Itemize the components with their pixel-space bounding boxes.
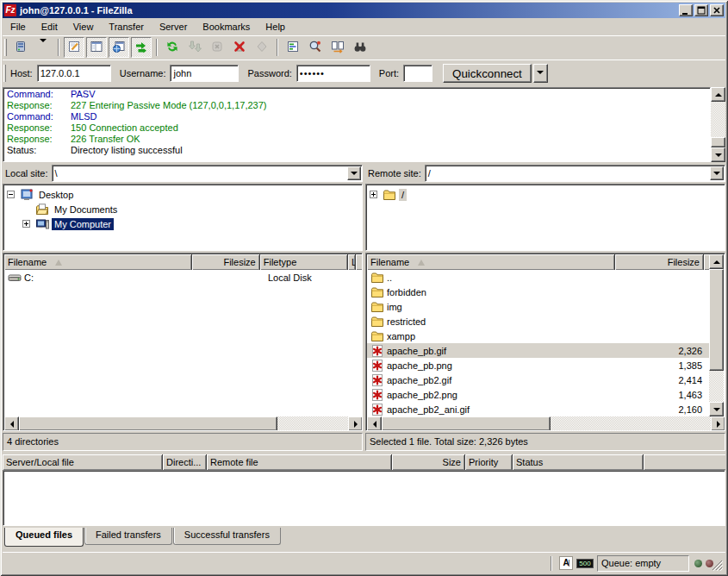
tree-item-desktop[interactable]: Desktop <box>5 187 362 202</box>
file-row-apache-pb2-gif[interactable]: apache_pb2.gif2,414 <box>367 373 711 387</box>
tab-failed-transfers[interactable]: Failed transfers <box>84 528 172 545</box>
tab-successful-transfers[interactable]: Successful transfers <box>173 528 281 545</box>
tree-item--[interactable]: / <box>368 187 725 202</box>
column-header-status[interactable]: Status <box>513 454 644 470</box>
arrow-up-icon <box>713 257 720 264</box>
file-row-apache-pb-png[interactable]: apache_pb.png1,385 <box>367 358 711 373</box>
scroll-up-button[interactable] <box>711 87 725 102</box>
column-header-l[interactable]: L <box>348 254 356 270</box>
file-name: apache_pb.gif <box>387 346 446 356</box>
column-header-priority[interactable]: Priority <box>465 454 513 470</box>
column-header-filesize[interactable]: Filesize <box>192 254 260 270</box>
column-header-label: Filesize <box>223 257 255 267</box>
quickconnect-button[interactable]: Quickconnect <box>443 64 532 83</box>
column-header-remote-file[interactable]: Remote file <box>207 454 392 470</box>
column-header-filename[interactable]: Filename <box>4 254 192 270</box>
site-manager-dropdown-button[interactable] <box>33 37 53 58</box>
scroll-down-button[interactable] <box>711 147 725 162</box>
directory-comparison-button[interactable] <box>305 37 326 58</box>
file-row-apache-pb2-png[interactable]: apache_pb2.png1,463 <box>367 387 711 402</box>
menu-bar: FileEditViewTransferServerBookmarksHelp <box>3 19 725 34</box>
menu-edit[interactable]: Edit <box>34 20 65 34</box>
tree-item-my-computer[interactable]: My Computer <box>5 216 362 231</box>
column-header-filetype[interactable]: Filetype <box>260 254 348 270</box>
remote-hscrollbar[interactable] <box>367 416 725 431</box>
column-header-server-local-file[interactable]: Server/Local file <box>3 454 163 470</box>
scroll-thumb[interactable] <box>382 416 551 431</box>
find-files-button[interactable] <box>350 37 370 58</box>
filename-cell: apache_pb.png <box>367 359 616 373</box>
minimize-button[interactable] <box>679 4 693 16</box>
computer-icon <box>35 217 49 231</box>
file-row-forbidden[interactable]: forbidden <box>367 285 711 299</box>
local-site-dropdown-button[interactable] <box>347 166 361 180</box>
process-queue-button <box>184 37 205 58</box>
local-site-combobox[interactable]: \ <box>52 165 363 182</box>
maximize-button[interactable] <box>694 4 708 16</box>
username-input[interactable] <box>170 65 239 82</box>
toggle-remote-tree-button[interactable] <box>109 37 129 58</box>
scroll-up-button[interactable] <box>709 254 724 269</box>
menu-bookmarks[interactable]: Bookmarks <box>195 20 258 34</box>
host-input[interactable] <box>37 65 111 82</box>
filter-button[interactable] <box>283 37 303 58</box>
column-header-label: Filename <box>8 257 47 267</box>
column-header-directi-[interactable]: Directi... <box>163 454 207 470</box>
menu-view[interactable]: View <box>65 20 102 34</box>
tree-item-label: My Computer <box>52 218 114 230</box>
scroll-right-button[interactable] <box>711 416 725 431</box>
toolbar-separator <box>58 39 59 56</box>
tree-item-my-documents[interactable]: My Documents <box>5 202 362 216</box>
file-row--[interactable]: .. <box>367 270 711 285</box>
quickconnect-bar: Host: Username: Password: Port: Quickcon… <box>3 59 725 86</box>
scroll-thumb[interactable] <box>19 416 277 431</box>
file-row-apache-pb-gif[interactable]: apache_pb.gif2,326 <box>367 343 711 358</box>
scroll-down-button[interactable] <box>709 402 724 416</box>
collapse-icon[interactable] <box>7 191 15 198</box>
file-row-apache-pb2-ani-gif[interactable]: apache_pb2_ani.gif2,160 <box>367 402 711 416</box>
quickconnect-dropdown-button[interactable] <box>533 64 548 83</box>
password-input[interactable] <box>296 65 370 82</box>
scroll-thumb[interactable] <box>709 269 724 371</box>
file-row-restricted[interactable]: restricted <box>367 314 711 329</box>
file-row-img[interactable]: img <box>367 299 711 314</box>
expand-icon[interactable] <box>370 191 377 198</box>
arrow-right-icon <box>354 421 361 428</box>
refresh-button[interactable] <box>162 37 183 58</box>
toggle-local-tree-button[interactable] <box>86 37 107 58</box>
log-line-text: 150 Connection accepted <box>71 122 178 133</box>
local-directory-tree: DesktopMy DocumentsMy Computer <box>3 184 363 251</box>
menu-transfer[interactable]: Transfer <box>101 20 152 34</box>
local-hscrollbar[interactable] <box>4 416 363 431</box>
close-button[interactable] <box>710 4 724 16</box>
menu-server[interactable]: Server <box>152 20 195 34</box>
log-line-label: Command: <box>7 89 71 100</box>
scroll-left-button[interactable] <box>367 416 382 431</box>
menu-file[interactable]: File <box>3 20 34 34</box>
remote-vscrollbar[interactable] <box>709 254 724 416</box>
remote-site-combobox[interactable]: / <box>425 165 725 182</box>
file-row-c-[interactable]: C:Local Disk <box>4 270 363 285</box>
scroll-left-button[interactable] <box>4 416 19 431</box>
remote-site-dropdown-button[interactable] <box>710 166 724 180</box>
column-header-size[interactable]: Size <box>392 454 465 470</box>
disconnect-button[interactable] <box>229 37 250 58</box>
menu-help[interactable]: Help <box>258 20 293 34</box>
column-header-filesize[interactable]: Filesize <box>615 254 705 270</box>
site-manager-button[interactable] <box>10 37 31 58</box>
port-input[interactable] <box>403 65 432 82</box>
expand-icon[interactable] <box>22 220 30 228</box>
scroll-thumb[interactable] <box>711 137 725 147</box>
resize-grip[interactable] <box>712 560 723 571</box>
filetype-cell: Local Disk <box>264 272 354 283</box>
log-line-label: Response: <box>7 134 71 145</box>
column-header-filename[interactable]: Filename <box>367 254 615 270</box>
log-scrollbar[interactable] <box>711 87 725 162</box>
folder-icon <box>370 315 384 329</box>
scroll-right-button[interactable] <box>348 416 363 431</box>
file-row-xampp[interactable]: xampp <box>367 329 711 343</box>
tab-queued-files[interactable]: Queued files <box>4 528 84 547</box>
synchronized-browsing-button[interactable] <box>327 37 348 58</box>
toggle-transfer-queue-button[interactable] <box>131 37 152 58</box>
toggle-message-log-button[interactable] <box>64 37 84 58</box>
